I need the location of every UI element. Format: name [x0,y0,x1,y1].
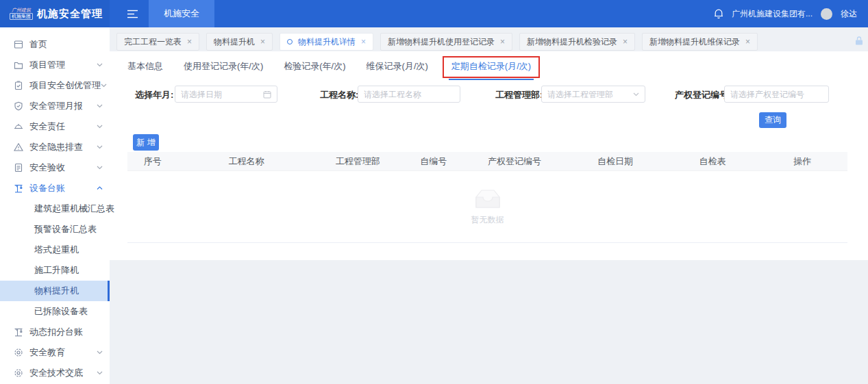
subtab-label: 基本信息 [127,61,163,71]
sidebar-item-label: 安全隐患排查 [29,141,83,153]
sidebar-subitem-tower-crane[interactable]: 塔式起重机 [0,240,110,260]
sidebar-item-hazard-check[interactable]: 安全隐患排查 [0,137,110,157]
query-button[interactable]: 查询 [759,112,786,128]
sidebar-subitem-crane-summary[interactable]: 建筑起重机械汇总表 [0,199,110,219]
subtab-label: 维保记录(月/次) [367,61,428,71]
sidebar-item-safety-acceptance[interactable]: 安全验收 [0,157,110,178]
close-icon[interactable]: × [500,38,505,46]
chevron-down-icon [97,145,103,149]
subtab-basic-info[interactable]: 基本信息 [127,60,163,80]
sidebar-item-label: 安全责任 [29,120,65,133]
sidebar-item-label: 项目管理 [29,59,65,71]
subtab-self-check-record[interactable]: 定期自检记录(月/次) [449,60,534,80]
ownership-no-input[interactable] [730,90,823,99]
project-name-field[interactable] [358,86,460,103]
sidebar-item-label: 安全验收 [29,162,65,174]
app-header: 广州建筑 机施集团 机施安全管理 机施安全 广州机施建设集团有... 徐达 [0,0,868,27]
company-logo: 广州建筑 机施集团 [10,8,33,19]
close-icon[interactable]: × [260,38,265,46]
route-tab-label: 物料提升机详情 [298,36,356,48]
project-name-input[interactable] [364,90,454,99]
chevron-down-icon [633,92,639,97]
subtab-maintenance-record[interactable]: 维保记录(月/次) [367,60,428,80]
sidebar-item-label: 安全技术交底 [29,367,83,379]
sidebar-item-safety-excellence[interactable]: 项目安全创优管理 [0,75,110,96]
table-header-row: 序号 工程名称 工程管理部 自编号 产权登记编号 自检日期 自检表 操作 [127,152,847,171]
add-button[interactable]: 新 增 [133,134,159,151]
subtab-inspection-record[interactable]: 检验记录(年/次) [284,60,345,80]
document-icon [14,163,23,172]
sidebar-item-label: 物料提升机 [34,285,79,297]
clipboard-icon [14,81,23,90]
route-tab[interactable]: 新增物料提升机检验记录 × [519,33,635,51]
company-name: 广州机施建设集团有... [732,8,813,20]
logo-area: 广州建筑 机施集团 机施安全管理 [0,0,110,27]
filter-label-project-dept: 工程管理部: [495,89,543,101]
route-tab-active[interactable]: 物料提升机详情 × [280,33,373,51]
content-card: 基本信息 使用登记记录(年/次) 检验记录(年/次) 维保记录(月/次) 定期自… [110,51,868,260]
sidebar-item-label: 安全教育 [29,346,65,359]
chevron-down-icon [97,104,103,108]
avatar[interactable] [821,8,832,20]
subtab-label: 定期自检记录(月/次) [451,61,531,71]
chevron-down-icon [97,371,103,375]
sidebar-item-label: 预警设备汇总表 [34,223,97,235]
sidebar-item-equipment-ledger[interactable]: 设备台账 [0,178,110,199]
route-tabbar: 完工工程一览表 × 物料提升机 × 物料提升机详情 × 新增物料提升机使用登记记… [116,33,847,51]
sidebar-item-project-mgmt[interactable]: 项目管理 [0,55,110,75]
project-dept-input[interactable] [547,90,630,99]
chevron-down-icon [97,125,103,129]
filter-label-yearmonth: 选择年月: [135,89,173,101]
header-nav-tab[interactable]: 机施安全 [149,0,214,27]
sidebar-item-monthly-report[interactable]: 安全管理月报 [0,96,110,116]
sidebar-item-safety-education[interactable]: 安全教育 [0,342,110,363]
column-header: 自编号 [401,155,466,168]
route-tab-label: 新增物料提升机维保记录 [649,36,740,48]
subtab-usage-register[interactable]: 使用登记记录(年/次) [184,60,263,80]
logo-line1: 广州建筑 [10,8,33,13]
filter-label-project-name: 工程名称: [320,89,358,101]
column-header: 产权登记编号 [466,155,563,168]
sidebar-item-score-ledger[interactable]: 动态扣分台账 [0,322,110,342]
route-tab[interactable]: 物料提升机 × [206,33,273,51]
user-name[interactable]: 徐达 [841,8,857,20]
detail-subtabs: 基本信息 使用登记记录(年/次) 检验记录(年/次) 维保记录(月/次) 定期自… [127,60,554,80]
close-icon[interactable]: × [187,38,192,46]
date-input[interactable] [181,90,260,99]
header-right: 广州机施建设集团有... 徐达 [714,8,868,20]
ring-icon [287,39,293,44]
table-empty-state: 暂无数据 [127,171,847,243]
column-header: 自检表 [667,155,757,168]
hamburger-icon[interactable] [127,10,138,18]
sidebar-subitem-material-hoist[interactable]: 物料提升机 [0,281,110,301]
route-tab[interactable]: 新增物料提升机维保记录 × [642,33,758,51]
column-header: 工程名称 [178,155,315,168]
bell-icon[interactable] [714,8,723,19]
sidebar-subitem-construction-hoist[interactable]: 施工升降机 [0,260,110,281]
project-dept-select[interactable] [541,86,645,103]
ownership-no-field[interactable] [724,86,829,103]
sidebar-item-home[interactable]: 首页 [0,34,110,55]
app-title: 机施安全管理 [37,8,103,21]
crane-icon [14,327,23,337]
sidebar-subitem-warning-equipment[interactable]: 预警设备汇总表 [0,219,110,240]
sidebar-item-tech-disclosure[interactable]: 安全技术交底 [0,363,110,383]
date-picker-yearmonth[interactable] [175,86,277,103]
sidebar-item-safety-duty[interactable]: 安全责任 [0,116,110,137]
route-tab[interactable]: 完工工程一览表 × [116,33,199,51]
close-icon[interactable]: × [745,38,750,46]
sidebar-item-label: 建筑起重机械汇总表 [34,203,114,215]
column-header: 序号 [127,155,178,168]
column-header: 自检日期 [563,155,667,168]
warning-icon [14,142,23,152]
route-tab-label: 新增物料提升机检验记录 [527,36,617,48]
route-tab[interactable]: 新增物料提升机使用登记记录 × [380,33,512,51]
sidebar-item-label: 安全管理月报 [29,100,83,112]
gear-icon [14,348,23,357]
calendar-icon [263,90,271,99]
sidebar-subitem-removed-equipment[interactable]: 已拆除设备表 [0,301,110,322]
sidebar-item-label: 施工升降机 [34,264,79,277]
lock-icon[interactable] [854,36,864,46]
close-icon[interactable]: × [361,38,366,46]
close-icon[interactable]: × [623,38,628,46]
